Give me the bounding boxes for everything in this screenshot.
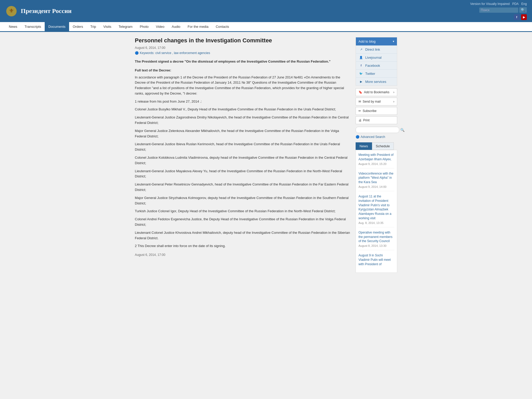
sidebar: Add to blog ▾ ↗ Direct link 👤 Livejourna…: [356, 37, 397, 273]
share-direct-link-label: Direct link: [365, 48, 380, 51]
mail-icon: ✉: [358, 100, 361, 103]
subscribe-button[interactable]: ✏ Subscribe: [356, 107, 397, 115]
body-para-13: 2 This Decree shall enter into force on …: [135, 243, 350, 249]
twitter-icon: 🐦: [359, 71, 363, 76]
news-tabs: News Schedule: [356, 142, 397, 150]
advanced-search-icon: 🔵: [356, 135, 360, 139]
bookmarks-arrow: ›: [393, 90, 394, 94]
share-list: ↗ Direct link 👤 Livejournal f Facebook 🐦…: [356, 45, 397, 85]
news-item-title-1[interactable]: Videoconference with the platform "West …: [358, 171, 394, 184]
sidebar-search-input[interactable]: [356, 127, 399, 133]
body-para-4: Major General Justice Zelenkova Alexande…: [135, 128, 350, 139]
social-icons: f ▶: [514, 14, 527, 20]
nav-visits[interactable]: Visits: [100, 22, 115, 31]
article-date: August 6, 2014, 17:00: [135, 46, 350, 50]
news-item-date-1: August 9, 2014, 14:00: [358, 185, 394, 188]
advanced-search-label: Advanced Search: [361, 135, 385, 139]
visually-impaired-link[interactable]: Version for Visually Impaired: [470, 2, 510, 6]
body-para-7: Lieutenant-General Justice Mayakova Alex…: [135, 169, 350, 179]
nav-trip[interactable]: Trip: [87, 22, 100, 31]
search-button[interactable]: 🔍: [519, 7, 527, 13]
nav-video[interactable]: Video: [152, 22, 168, 31]
tab-schedule[interactable]: Schedule: [372, 142, 394, 150]
news-list: Meeting with President of Azerbaijan Ilh…: [356, 150, 397, 273]
article-section-title: Full text of the Decree:: [135, 68, 350, 72]
search-bar: 🔍: [479, 7, 527, 13]
body-para-2: Colonel Justice Busylko Mikhail V., Depu…: [135, 107, 350, 112]
news-item-3: Operative meeting with the permanent mem…: [358, 230, 394, 250]
nav-contacts[interactable]: Contacts: [212, 22, 232, 31]
add-to-bookmarks-button[interactable]: 🔖 Add to Bookmarks ›: [356, 88, 397, 96]
nav-transcripts[interactable]: Transcripts: [21, 22, 45, 31]
nav-photo[interactable]: Photo: [136, 22, 152, 31]
share-twitter[interactable]: 🐦 Twitter: [356, 70, 397, 78]
nav-orders[interactable]: Orders: [69, 22, 87, 31]
news-item-4: August 9 in Sochi Vladimir Putin will me…: [358, 253, 394, 270]
news-item-title-2[interactable]: August 11 at the invitation of President…: [358, 194, 394, 221]
mail-arrow: ›: [393, 100, 394, 103]
nav-for-the-media[interactable]: For the media: [184, 22, 212, 31]
send-by-mail-label: Send by mail: [363, 100, 381, 103]
add-to-blog-button[interactable]: Add to blog ▾: [356, 37, 397, 45]
share-more-services[interactable]: ▶ More services: [356, 78, 397, 85]
news-schedule-section: News Schedule Meeting with President of …: [356, 142, 397, 273]
body-para-11: Colonel Andrei Fedotov Evgenevicha Justi…: [135, 217, 350, 228]
eng-link[interactable]: Eng: [521, 2, 527, 6]
sidebar-search-button[interactable]: 🔍: [400, 128, 405, 132]
news-item-date-3: August 8, 2014, 13:30: [358, 244, 394, 247]
facebook-icon[interactable]: f: [514, 14, 520, 20]
subscribe-icon: ✏: [358, 109, 361, 113]
print-label: Print: [363, 118, 370, 122]
body-para-3: Lieutenant-General Justice Zagorodneva D…: [135, 115, 350, 126]
print-button[interactable]: 🖨 Print: [356, 116, 397, 124]
keywords-icon: 🔵: [135, 51, 139, 55]
news-item-date-0: August 9, 2014, 15:20: [358, 162, 394, 165]
keywords-values: civil service , law enforcement agencies: [155, 51, 210, 55]
nav-documents[interactable]: Documents: [45, 22, 69, 31]
send-by-mail-button[interactable]: ✉ Send by mail ›: [356, 98, 397, 105]
news-item-title-3[interactable]: Operative meeting with the permanent mem…: [358, 230, 394, 243]
nav-news[interactable]: News: [5, 22, 21, 31]
body-para-6: Colonel Justice Kolobkova Ludmila Vladim…: [135, 155, 350, 166]
article-body: In accordance with paragraph 1 of the De…: [135, 75, 350, 249]
body-para-9: Major General Justice Stryzhakova Kolmog…: [135, 195, 350, 206]
direct-link-icon: ↗: [359, 47, 363, 51]
body-para-8: Lieutenant-General Peter Resetnicov Genn…: [135, 182, 350, 193]
header-left: ⚜ Президент России: [5, 5, 72, 17]
subscribe-label: Subscribe: [363, 109, 376, 113]
pda-link[interactable]: PDA: [512, 2, 519, 6]
facebook-share-icon: f: [359, 63, 363, 68]
more-services-icon: ▶: [359, 79, 363, 84]
main-nav: News Transcripts Documents Orders Trip V…: [0, 22, 532, 32]
body-para-10: Turkish Justice Colonel Igor, Deputy Hea…: [135, 209, 350, 214]
share-livejournal[interactable]: 👤 Livejournal: [356, 54, 397, 62]
news-item-0: Meeting with President of Azerbaijan Ilh…: [358, 153, 394, 168]
keywords-label: Keywords:: [140, 51, 154, 55]
article-keywords: 🔵 Keywords: civil service , law enforcem…: [135, 51, 350, 55]
body-para-0: In accordance with paragraph 1 of the De…: [135, 75, 350, 96]
add-to-blog-arrow: ▾: [393, 40, 394, 43]
share-direct-link[interactable]: ↗ Direct link: [356, 45, 397, 54]
share-twitter-label: Twitter: [365, 72, 375, 76]
article-title: Personnel changes in the Investigation C…: [135, 37, 350, 44]
news-item-2: August 11 at the invitation of President…: [358, 194, 394, 227]
youtube-icon[interactable]: ▶: [521, 14, 527, 20]
livejournal-icon: 👤: [359, 55, 363, 59]
add-to-blog-label: Add to blog: [358, 39, 376, 43]
tab-news[interactable]: News: [356, 142, 372, 150]
search-input[interactable]: [479, 8, 518, 13]
news-item-title-0[interactable]: Meeting with President of Azerbaijan Ilh…: [358, 153, 394, 162]
header-top-links: Version for Visually Impaired PDA Eng: [470, 2, 527, 6]
share-facebook[interactable]: f Facebook: [356, 62, 397, 70]
sidebar-search-area: 🔍 🔵 Advanced Search: [356, 127, 397, 140]
share-livejournal-label: Livejournal: [365, 56, 382, 59]
nav-audio[interactable]: Audio: [168, 22, 184, 31]
nav-telegram[interactable]: Telegram: [115, 22, 136, 31]
news-item-title-4[interactable]: August 9 in Sochi Vladimir Putin will me…: [358, 253, 394, 266]
article-lead: The President signed a decree "On the di…: [135, 59, 350, 64]
news-item-1: Videoconference with the platform "West …: [358, 171, 394, 191]
advanced-search-link[interactable]: 🔵 Advanced Search: [356, 134, 397, 140]
body-para-12: Lieutenant Colonel Justice Khvostova And…: [135, 230, 350, 241]
logo-emblem: ⚜: [5, 5, 18, 17]
header-right: Version for Visually Impaired PDA Eng 🔍 …: [470, 2, 527, 20]
